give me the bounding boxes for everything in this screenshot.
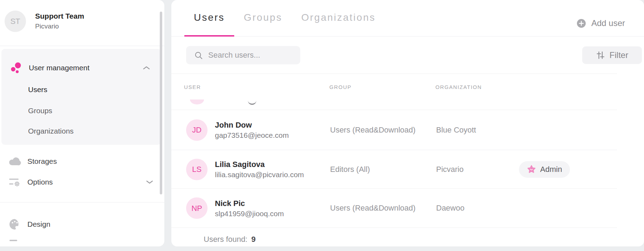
- account-avatar: ST: [5, 11, 26, 32]
- cloud-icon: [8, 155, 21, 167]
- user-email: gap73516@jeoce.com: [215, 130, 289, 140]
- avatar: LS: [186, 159, 208, 180]
- user-cell: JD John Dow gap73516@jeoce.com: [186, 119, 289, 141]
- user-cell: LS Lilia Sagitova lilia.sagitova@picvari…: [186, 159, 304, 180]
- account-card[interactable]: ST Support Team Picvario: [0, 0, 164, 42]
- filter-label: Filter: [610, 50, 628, 60]
- avatar: JD: [186, 119, 208, 141]
- avatar: NP: [186, 198, 208, 219]
- sidebar-item-label: Design: [27, 220, 50, 229]
- user-info: Lilia Sagitova lilia.sagitova@picvario.c…: [215, 159, 304, 180]
- chevron-up-icon: [143, 66, 150, 70]
- results-count: 9: [251, 235, 256, 244]
- sidebar-divider: [0, 46, 164, 46]
- results-summary: Users found: 9: [204, 235, 256, 244]
- organization-cell: Picvario: [436, 165, 464, 174]
- column-header-user: USER: [184, 84, 201, 90]
- group-cell: Editors (All): [330, 165, 370, 174]
- user-info: John Dow gap73516@jeoce.com: [215, 120, 289, 140]
- group-cell: Users (Read&Download): [330, 125, 415, 135]
- table-row[interactable]: JD John Dow gap73516@jeoce.com Users (Re…: [171, 110, 617, 150]
- column-header-organization: ORGANIZATION: [435, 84, 482, 90]
- table-row[interactable]: LS Lilia Sagitova lilia.sagitova@picvari…: [171, 150, 617, 189]
- user-management-icon: [10, 62, 22, 74]
- sidebar-item-organizations[interactable]: Organizations: [28, 126, 74, 136]
- search-icon: [195, 51, 203, 59]
- collapsed-item-icon: [9, 240, 17, 241]
- admin-badge: Admin: [519, 161, 570, 178]
- column-header-group: GROUP: [329, 84, 351, 90]
- user-cell: NP Nick Pic slp41959@jiooq.com: [186, 198, 284, 219]
- admin-badge-label: Admin: [540, 165, 562, 174]
- sidebar-divider: [0, 202, 164, 202]
- app-window: ST Support Team Picvario User management: [0, 0, 644, 251]
- organization-cell: Daewoo: [436, 204, 465, 213]
- tab-groups[interactable]: Groups: [234, 0, 292, 37]
- plus-circle-icon: [577, 19, 586, 28]
- search-box: [186, 46, 300, 64]
- sidebar: ST Support Team Picvario User management: [0, 0, 164, 246]
- user-management-section: User management Users Groups Organizatio…: [1, 49, 161, 145]
- user-name: John Dow: [215, 120, 289, 130]
- sidebar-item-label: Storages: [27, 157, 57, 166]
- sliders-icon: [596, 51, 605, 60]
- add-user-label: Add user: [591, 18, 625, 28]
- tab-organizations[interactable]: Organizations: [292, 0, 385, 37]
- tab-bar: Users Groups Organizations: [171, 0, 644, 37]
- sidebar-item-users[interactable]: Users: [28, 84, 47, 95]
- star-smile-icon: [527, 165, 536, 174]
- account-name: Support Team: [35, 12, 84, 20]
- avatar-partial: [190, 99, 204, 104]
- user-name: Nick Pic: [215, 198, 284, 208]
- group-cell: Users (Read&Download): [330, 204, 415, 213]
- main-panel: Users Groups Organizations Add user Filt…: [171, 0, 644, 246]
- options-icon: [8, 176, 21, 188]
- sidebar-item-groups[interactable]: Groups: [28, 105, 52, 116]
- table-row[interactable]: NP Nick Pic slp41959@jiooq.com Users (Re…: [171, 189, 617, 228]
- sidebar-item-label: User management: [29, 64, 90, 72]
- sidebar-item-label: Options: [27, 178, 53, 186]
- table-row-partial[interactable]: [171, 91, 617, 110]
- text-fragment: [248, 100, 256, 105]
- user-email: lilia.sagitova@picvario.com: [215, 170, 304, 180]
- toolbar-divider: [171, 73, 617, 74]
- filter-button[interactable]: Filter: [582, 46, 642, 64]
- search-input[interactable]: [208, 50, 293, 60]
- add-user-button[interactable]: Add user: [577, 17, 625, 30]
- account-subtitle: Picvario: [35, 22, 59, 30]
- user-info: Nick Pic slp41959@jiooq.com: [215, 198, 284, 218]
- table-header: USER GROUP ORGANIZATION: [171, 84, 617, 91]
- user-table: JD John Dow gap73516@jeoce.com Users (Re…: [171, 91, 617, 228]
- sidebar-item-options[interactable]: Options: [0, 173, 164, 191]
- sidebar-scrollbar[interactable]: [160, 12, 162, 194]
- chevron-down-icon: [146, 180, 153, 184]
- tab-users[interactable]: Users: [184, 0, 234, 37]
- sidebar-item-storages[interactable]: Storages: [0, 152, 164, 170]
- organization-cell: Blue Coyott: [436, 125, 476, 135]
- sidebar-item-design[interactable]: Design: [0, 215, 164, 233]
- palette-icon: [8, 218, 21, 230]
- user-email: slp41959@jiooq.com: [215, 208, 284, 218]
- results-label: Users found:: [204, 235, 248, 244]
- sidebar-item-user-management[interactable]: User management: [1, 59, 161, 77]
- user-name: Lilia Sagitova: [215, 159, 304, 170]
